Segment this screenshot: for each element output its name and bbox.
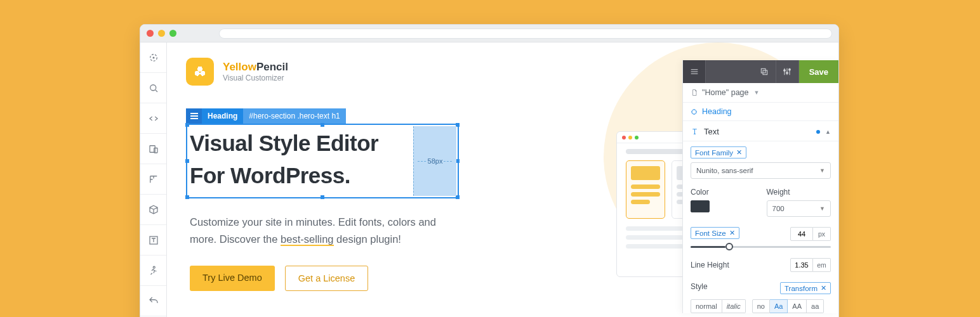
style-normal-option[interactable]: normal	[691, 299, 722, 313]
color-swatch[interactable]	[691, 200, 710, 212]
font-style-segment[interactable]: normal italic	[691, 299, 746, 313]
panel-menu-button[interactable]	[683, 60, 706, 83]
font-size-chip[interactable]: Font Size✕	[691, 227, 739, 239]
save-button[interactable]: Save	[799, 60, 838, 83]
cube-icon	[148, 204, 159, 216]
chevron-down-icon: ▼	[819, 167, 825, 174]
typography-tool[interactable]	[140, 225, 166, 256]
search-tool[interactable]	[140, 73, 166, 103]
hero-heading[interactable]: Visual Style Editor For WordPress.	[190, 127, 418, 192]
padding-indicator: 58px	[413, 126, 456, 196]
svg-rect-8	[763, 70, 767, 75]
sliders-icon	[782, 67, 792, 77]
breadcrumb-page[interactable]: "Home" page▼	[683, 83, 838, 103]
chevron-down-icon: ▼	[819, 205, 825, 212]
chip-close-icon[interactable]: ✕	[729, 229, 735, 237]
tf-upper[interactable]: AA	[788, 299, 807, 313]
panel-layers-button[interactable]	[753, 60, 776, 83]
close-dot[interactable]	[147, 30, 154, 37]
search-icon	[148, 82, 159, 94]
url-bar[interactable]	[219, 29, 832, 39]
minimize-dot[interactable]	[158, 30, 165, 37]
slider-thumb[interactable]	[725, 243, 733, 250]
svg-point-6	[153, 266, 155, 268]
code-icon	[148, 113, 159, 124]
svg-point-12	[692, 109, 696, 113]
target-tool[interactable]	[140, 42, 166, 73]
weight-label: Weight	[767, 188, 831, 197]
color-label: Color	[691, 188, 755, 197]
text-icon	[691, 127, 699, 136]
selection-menu-icon[interactable]	[186, 108, 202, 124]
code-tool[interactable]	[140, 103, 166, 134]
font-family-chip[interactable]: Font Family✕	[691, 146, 746, 158]
svg-point-10	[786, 72, 788, 74]
tf-lower[interactable]: aa	[807, 299, 824, 313]
line-height-label: Line Height	[691, 261, 729, 269]
try-demo-button[interactable]: Try Live Demo	[190, 266, 275, 291]
tf-capitalize[interactable]: Aa	[770, 299, 788, 313]
page-icon	[691, 89, 698, 96]
target-small-icon	[691, 108, 698, 115]
svg-rect-7	[761, 68, 765, 73]
brand-name: YellowPencil	[223, 61, 288, 74]
svg-point-2	[150, 84, 156, 90]
cube-tool[interactable]	[140, 195, 166, 225]
ruler-tool[interactable]	[140, 164, 166, 195]
breadcrumb-element[interactable]: Heading	[683, 103, 838, 121]
devices-icon	[148, 143, 159, 155]
browser-window: YellowPencil Visual Customizer Docs Blog…	[140, 24, 839, 317]
selection-label[interactable]: Heading #hero-section .hero-text h1	[186, 108, 346, 124]
layers-icon	[759, 67, 769, 77]
window-titlebar	[140, 25, 838, 42]
changed-indicator	[816, 130, 820, 134]
font-size-input[interactable]: px	[790, 227, 831, 241]
weight-select[interactable]: 700▼	[767, 200, 831, 217]
zoom-dot[interactable]	[169, 30, 176, 37]
ruler-icon	[148, 174, 159, 185]
chip-close-icon[interactable]: ✕	[821, 284, 826, 292]
selection-tag: Heading	[202, 108, 243, 124]
tf-none[interactable]: no	[752, 299, 770, 313]
font-size-slider[interactable]	[691, 246, 831, 248]
responsive-tool[interactable]	[140, 134, 166, 164]
undo-icon	[148, 295, 159, 307]
menu-icon	[689, 67, 699, 77]
undo-tool[interactable]	[140, 286, 166, 316]
animation-tool[interactable]	[140, 256, 166, 286]
brand-logo	[186, 58, 214, 86]
inspector-panel: Save "Home" page▼ Heading Text ▲ Font Fa…	[682, 60, 838, 313]
style-label: Style	[691, 282, 708, 294]
svg-point-9	[784, 70, 786, 72]
hero-description: Customize your site in minutes. Edit fon…	[190, 214, 456, 248]
font-family-select[interactable]: Nunito, sans-serif▼	[691, 162, 831, 179]
brand-tagline: Visual Customizer	[223, 74, 288, 82]
selection-path: #hero-section .hero-text h1	[243, 108, 345, 124]
svg-point-11	[789, 68, 791, 70]
panel-settings-button[interactable]	[776, 60, 799, 83]
style-italic-option[interactable]: italic	[722, 299, 746, 313]
text-transform-segment[interactable]: no Aa AA aa	[752, 299, 824, 313]
left-toolbar	[140, 42, 167, 317]
get-license-button[interactable]: Get a License	[285, 266, 368, 291]
transform-chip[interactable]: Transform✕	[780, 282, 831, 294]
section-text[interactable]: Text ▲	[683, 121, 838, 141]
line-height-input[interactable]: em	[790, 258, 831, 272]
collapse-icon[interactable]: ▲	[825, 129, 831, 135]
chip-close-icon[interactable]: ✕	[736, 148, 742, 157]
target-icon	[148, 52, 159, 63]
run-icon	[148, 265, 159, 276]
typography-icon	[148, 235, 159, 246]
chevron-down-icon: ▼	[754, 89, 760, 96]
preview-card-selected[interactable]	[626, 160, 665, 219]
panel-topbar: Save	[683, 60, 838, 83]
svg-point-1	[152, 56, 154, 58]
